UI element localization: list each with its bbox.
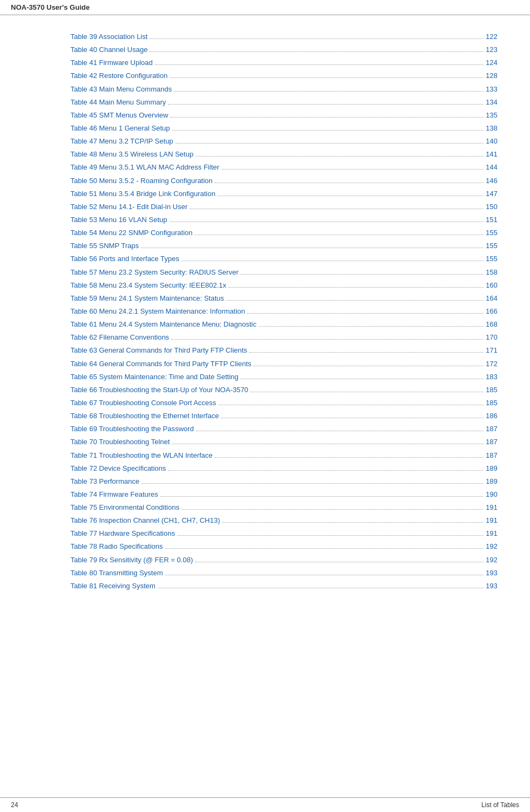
toc-entry-title: Table 46 Menu 1 General Setup	[70, 123, 170, 134]
toc-entry-title: Table 75 Environmental Conditions	[70, 502, 179, 513]
toc-row[interactable]: Table 54 Menu 22 SNMP Configuration155	[70, 228, 497, 238]
toc-entry-page: 138	[486, 123, 497, 134]
toc-row[interactable]: Table 50 Menu 3.5.2 - Roaming Configurat…	[70, 176, 497, 186]
toc-entry-dots	[155, 64, 484, 65]
toc-entry-dots	[249, 352, 483, 353]
toc-entry-page: 183	[486, 372, 497, 382]
toc-entry-page: 171	[486, 345, 497, 356]
toc-entry-title: Table 50 Menu 3.5.2 - Roaming Configurat…	[70, 176, 212, 186]
toc-row[interactable]: Table 72 Device Specifications189	[70, 463, 497, 474]
toc-row[interactable]: Table 47 Menu 3.2 TCP/IP Setup140	[70, 136, 497, 147]
toc-entry-title: Table 67 Troubleshooting Console Port Ac…	[70, 398, 216, 408]
toc-entry-page: 170	[486, 332, 497, 343]
toc-entry-dots	[170, 77, 483, 78]
toc-row[interactable]: Table 61 Menu 24.4 System Maintenance Me…	[70, 319, 497, 330]
toc-row[interactable]: Table 73 Performance189	[70, 476, 497, 487]
toc-row[interactable]: Table 43 Main Menu Commands133	[70, 84, 497, 95]
toc-row[interactable]: Table 44 Main Menu Summary134	[70, 97, 497, 108]
toc-entry-dots	[141, 483, 483, 484]
toc-entry-dots	[217, 196, 483, 196]
toc-row[interactable]: Table 39 Association List122	[70, 31, 497, 42]
toc-row[interactable]: Table 77 Hardware Specifications191	[70, 528, 497, 539]
toc-row[interactable]: Table 60 Menu 24.2.1 System Maintenance:…	[70, 306, 497, 317]
toc-row[interactable]: Table 65 System Maintenance: Time and Da…	[70, 372, 497, 382]
toc-row[interactable]: Table 62 Filename Conventions170	[70, 332, 497, 343]
toc-entry-page: 128	[486, 70, 497, 81]
toc-entry-title: Table 70 Troubleshooting Telnet	[70, 437, 170, 447]
toc-entry-page: 135	[486, 110, 497, 121]
toc-entry-dots	[168, 470, 483, 471]
toc-row[interactable]: Table 63 General Commands for Third Part…	[70, 345, 497, 356]
toc-row[interactable]: Table 71 Troubleshooting the WLAN Interf…	[70, 450, 497, 461]
toc-entry-dots	[221, 418, 483, 418]
toc-entry-title: Table 78 Radio Specifications	[70, 541, 163, 552]
toc-row[interactable]: Table 46 Menu 1 General Setup138	[70, 123, 497, 134]
toc-entry-dots	[160, 496, 483, 497]
toc-entry-page: 147	[486, 189, 497, 199]
toc-entry-page: 160	[486, 280, 497, 291]
toc-entry-page: 151	[486, 215, 497, 225]
toc-row[interactable]: Table 48 Menu 3.5 Wireless LAN Setup141	[70, 149, 497, 160]
toc-row[interactable]: Table 59 Menu 24.1 System Maintenance: S…	[70, 293, 497, 304]
toc-row[interactable]: Table 67 Troubleshooting Console Port Ac…	[70, 398, 497, 408]
toc-row[interactable]: Table 42 Restore Configuration128	[70, 70, 497, 81]
toc-row[interactable]: Table 80 Transmitting System193	[70, 568, 497, 579]
toc-entry-title: Table 51 Menu 3.5.4 Bridge Link Configur…	[70, 189, 215, 199]
toc-row[interactable]: Table 52 Menu 14.1- Edit Dial-in User150	[70, 202, 497, 212]
toc-entry-title: Table 73 Performance	[70, 476, 139, 487]
toc-entry-dots	[241, 379, 483, 379]
toc-entry-dots	[150, 38, 483, 39]
toc-entry-page: 191	[486, 515, 497, 526]
toc-entry-dots	[168, 104, 483, 105]
toc-entry-page: 191	[486, 528, 497, 539]
toc-row[interactable]: Table 68 Troubleshooting the Ethernet In…	[70, 411, 497, 421]
toc-entry-title: Table 44 Main Menu Summary	[70, 97, 166, 108]
toc-row[interactable]: Table 55 SNMP Traps155	[70, 241, 497, 251]
toc-row[interactable]: Table 69 Troubleshooting the Password187	[70, 424, 497, 434]
toc-row[interactable]: Table 41 Firmware Upload124	[70, 57, 497, 68]
toc-row[interactable]: Table 79 Rx Sensitivity (@ FER = 0.08)19…	[70, 555, 497, 566]
toc-entry-dots	[222, 522, 483, 523]
toc-entry-page: 144	[486, 162, 497, 173]
toc-row[interactable]: Table 57 Menu 23.2 System Security: RADI…	[70, 267, 497, 278]
toc-row[interactable]: Table 76 Inspection Channel (CH1, CH7, C…	[70, 515, 497, 526]
toc-list: Table 39 Association List122Table 40 Cha…	[70, 31, 497, 592]
toc-row[interactable]: Table 40 Channel Usage123	[70, 44, 497, 55]
toc-row[interactable]: Table 64 General Commands for Third Part…	[70, 359, 497, 369]
toc-row[interactable]: Table 58 Menu 23.4 System Security: IEEE…	[70, 280, 497, 291]
toc-entry-title: Table 41 Firmware Upload	[70, 57, 153, 68]
toc-entry-page: 166	[486, 306, 497, 317]
toc-entry-page: 155	[486, 228, 497, 238]
toc-entry-title: Table 39 Association List	[70, 31, 147, 42]
toc-entry-title: Table 61 Menu 24.4 System Maintenance Me…	[70, 319, 256, 330]
toc-entry-dots	[196, 156, 483, 157]
toc-entry-dots	[215, 183, 483, 183]
toc-row[interactable]: Table 56 Ports and Interface Types155	[70, 254, 497, 264]
toc-row[interactable]: Table 66 Troubleshooting the Start-Up of…	[70, 385, 497, 395]
toc-entry-page: 133	[486, 84, 497, 95]
toc-entry-dots	[172, 444, 483, 444]
toc-row[interactable]: Table 70 Troubleshooting Telnet187	[70, 437, 497, 447]
toc-row[interactable]: Table 45 SMT Menus Overview135	[70, 110, 497, 121]
toc-row[interactable]: Table 49 Menu 3.5.1 WLAN MAC Address Fil…	[70, 162, 497, 173]
toc-entry-title: Table 76 Inspection Channel (CH1, CH7, C…	[70, 515, 220, 526]
toc-entry-dots	[190, 209, 483, 209]
toc-entry-dots	[222, 169, 484, 170]
toc-row[interactable]: Table 81 Receiving System193	[70, 581, 497, 592]
toc-entry-title: Table 69 Troubleshooting the Password	[70, 424, 194, 434]
toc-entry-page: 155	[486, 241, 497, 251]
toc-row[interactable]: Table 51 Menu 3.5.4 Bridge Link Configur…	[70, 189, 497, 199]
toc-row[interactable]: Table 75 Environmental Conditions191	[70, 502, 497, 513]
toc-entry-page: 140	[486, 136, 497, 147]
toc-entry-title: Table 52 Menu 14.1- Edit Dial-in User	[70, 202, 188, 212]
toc-entry-page: 155	[486, 254, 497, 264]
toc-entry-page: 134	[486, 97, 497, 108]
toc-entry-dots	[150, 51, 483, 52]
toc-entry-dots	[141, 248, 483, 248]
toc-entry-page: 185	[486, 398, 497, 408]
toc-row[interactable]: Table 53 Menu 16 VLAN Setup151	[70, 215, 497, 225]
toc-entry-dots	[258, 326, 483, 327]
toc-row[interactable]: Table 78 Radio Specifications192	[70, 541, 497, 552]
toc-row[interactable]: Table 74 Firmware Features190	[70, 489, 497, 500]
toc-entry-title: Table 40 Channel Usage	[70, 44, 147, 55]
